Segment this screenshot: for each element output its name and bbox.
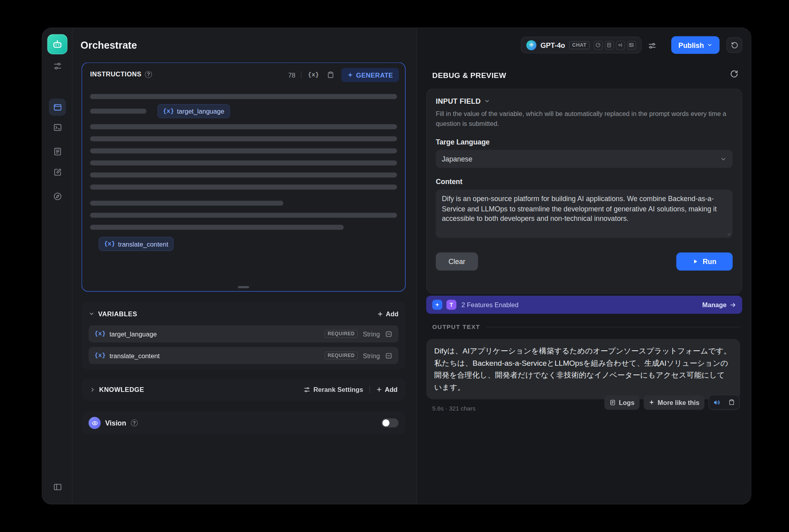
screen: Orchestrate ✳ GPT-4o CHAT Publish: [0, 0, 789, 532]
variable-chip-label: translate_content: [118, 240, 168, 248]
variable-badge-icon: {x}: [163, 108, 174, 115]
variable-type: String: [363, 352, 380, 359]
skeleton-line: [90, 201, 283, 206]
sliders-icon: [53, 61, 62, 70]
logs-button[interactable]: Logs: [604, 395, 640, 410]
publish-label: Publish: [678, 41, 704, 49]
history-icon: [730, 41, 738, 49]
generate-button[interactable]: GENERATE: [341, 68, 399, 82]
help-icon[interactable]: [131, 420, 138, 427]
chevron-down-icon: [720, 156, 727, 162]
variables-section: VARIABLES Add {x} target_language REQUIR…: [82, 302, 406, 370]
copy-prompt-button[interactable]: [325, 70, 335, 80]
skeleton-line: [90, 136, 397, 141]
content-label: Content: [436, 177, 733, 185]
toggle-knob: [383, 420, 390, 427]
document-list-icon: [53, 146, 62, 156]
field-type-icon[interactable]: [385, 330, 393, 338]
help-icon[interactable]: [145, 70, 152, 78]
add-knowledge-button[interactable]: Add: [376, 386, 398, 393]
robot-icon: [51, 38, 63, 50]
required-badge: REQUIRED: [325, 352, 358, 359]
output-toolbar: Logs More like this: [604, 395, 740, 410]
play-icon: [693, 258, 699, 264]
arrow-right-icon: [730, 302, 736, 308]
run-button[interactable]: Run: [676, 253, 732, 271]
app-logo[interactable]: [47, 34, 67, 54]
output-meta: 5.6s · 321 chars: [432, 405, 475, 412]
feature-sparkle-icon: [432, 300, 442, 310]
variable-chip-translate-content[interactable]: {x} translate_content: [99, 237, 174, 251]
sidebar-item-explore[interactable]: [49, 188, 66, 205]
publish-button[interactable]: Publish: [671, 36, 720, 53]
skeleton-line: [90, 94, 397, 99]
speaker-icon: [713, 399, 720, 406]
variable-name: translate_content: [109, 352, 160, 359]
model-mode-badge: CHAT: [569, 41, 590, 49]
sidebar-item-orchestrate[interactable]: [49, 99, 66, 116]
more-like-this-label: More like this: [658, 399, 699, 406]
variable-row[interactable]: {x} target_language REQUIRED String: [89, 325, 399, 342]
rerank-settings-button[interactable]: Rerank Settings: [303, 386, 363, 393]
left-sidebar: [42, 28, 72, 504]
resize-handle[interactable]: [238, 286, 249, 288]
output-text: Difyは、AIアプリケーションを構築するためのオープンソースプラットフォームで…: [426, 339, 740, 399]
run-history-button[interactable]: [726, 37, 742, 53]
sparkle-icon: [347, 72, 353, 78]
add-label: Add: [385, 386, 398, 393]
chevron-down-icon[interactable]: [89, 311, 95, 317]
speak-output-button[interactable]: [709, 395, 724, 410]
restart-button[interactable]: [730, 69, 739, 78]
clear-button[interactable]: Clear: [436, 253, 478, 271]
knowledge-title: KNOWLEDGE: [99, 386, 144, 393]
sidebar-item-logs[interactable]: [49, 143, 66, 160]
run-label: Run: [703, 257, 717, 265]
resize-corner-icon[interactable]: [725, 230, 731, 236]
debug-preview-title: DEBUG & PREVIEW: [432, 71, 506, 80]
skeleton-line: [90, 173, 397, 178]
feature-tts-icon: T: [446, 300, 456, 310]
clipboard-icon: [728, 399, 735, 406]
sidebar-item-settings[interactable]: [49, 57, 66, 74]
variable-type: String: [363, 330, 380, 338]
variable-chip-target-language[interactable]: {x} target_language: [158, 104, 230, 118]
variable-badge-icon: {x}: [95, 331, 105, 338]
instructions-title: INSTRUCTIONS: [90, 70, 141, 78]
content-input[interactable]: Dify is an open-source platform for buil…: [436, 190, 733, 238]
model-settings-button[interactable]: [646, 40, 658, 51]
features-enabled-label: 2 Features Enabled: [461, 301, 518, 308]
plus-icon: [377, 310, 383, 317]
model-selector[interactable]: ✳ GPT-4o CHAT: [521, 37, 641, 53]
vision-icon: [89, 417, 101, 429]
chevron-right-icon[interactable]: [90, 386, 95, 392]
insert-variable-button[interactable]: {x}: [307, 70, 320, 80]
collapse-sidebar-button[interactable]: [49, 478, 66, 495]
divider: [301, 71, 301, 78]
refresh-icon: [730, 69, 739, 78]
window-layout-icon: [53, 103, 62, 112]
sidebar-item-annotation[interactable]: [49, 163, 66, 180]
chevron-down-icon: [707, 42, 713, 48]
manage-features-button[interactable]: Manage: [702, 301, 736, 308]
skeleton-line: [90, 124, 397, 129]
field-type-icon[interactable]: [385, 352, 393, 359]
sparkle-icon: [648, 399, 654, 405]
openai-logo-icon: ✳: [526, 40, 536, 50]
output-text-title: OUTPUT TEXT: [432, 323, 480, 331]
copy-output-button[interactable]: [724, 395, 739, 410]
chevron-down-icon[interactable]: [484, 98, 490, 104]
target-language-select[interactable]: Japanese: [436, 150, 733, 168]
capability-doc-icon: [605, 40, 614, 49]
input-field-title: INPUT FIELD: [436, 97, 481, 105]
capability-gauge-icon: [594, 40, 603, 49]
add-label: Add: [386, 310, 398, 317]
variable-badge-icon: {x}: [95, 352, 105, 359]
skeleton-line: [90, 225, 343, 230]
more-like-this-button[interactable]: More like this: [644, 395, 705, 410]
sidebar-item-terminal[interactable]: [49, 119, 66, 136]
instructions-editor[interactable]: INSTRUCTIONS 78 {x} GENERATE: [82, 63, 406, 292]
vision-toggle[interactable]: [381, 418, 398, 428]
add-variable-button[interactable]: Add: [377, 310, 398, 317]
variable-row[interactable]: {x} translate_content REQUIRED String: [89, 347, 399, 364]
selected-language: Japanese: [442, 155, 472, 163]
